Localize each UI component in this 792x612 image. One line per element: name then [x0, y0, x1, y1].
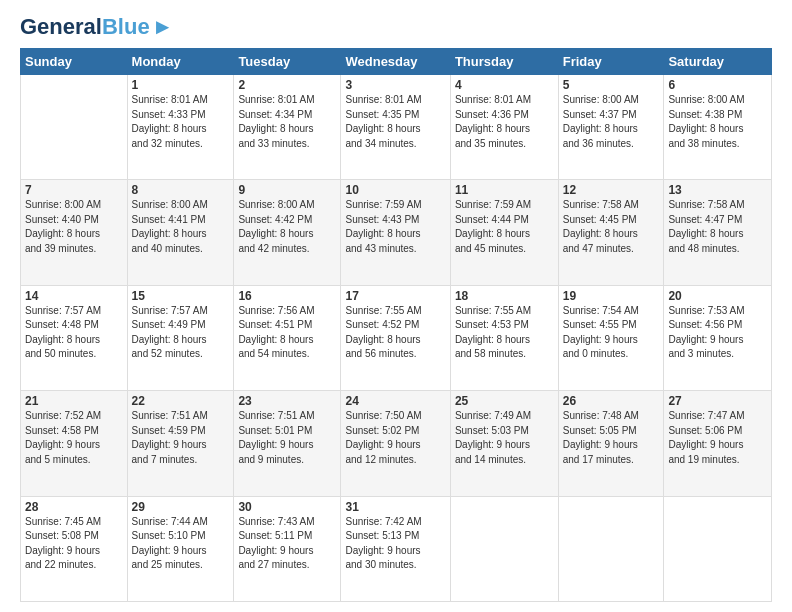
day-info: Sunrise: 7:52 AMSunset: 4:58 PMDaylight:…	[25, 409, 123, 467]
day-number: 5	[563, 78, 660, 92]
day-info: Sunrise: 7:55 AMSunset: 4:52 PMDaylight:…	[345, 304, 445, 362]
calendar-cell: 24Sunrise: 7:50 AMSunset: 5:02 PMDayligh…	[341, 391, 450, 496]
day-info: Sunrise: 7:58 AMSunset: 4:45 PMDaylight:…	[563, 198, 660, 256]
day-number: 15	[132, 289, 230, 303]
day-number: 29	[132, 500, 230, 514]
logo: GeneralBlue ►	[20, 16, 173, 38]
day-info: Sunrise: 8:01 AMSunset: 4:33 PMDaylight:…	[132, 93, 230, 151]
day-info: Sunrise: 7:55 AMSunset: 4:53 PMDaylight:…	[455, 304, 554, 362]
calendar-cell: 27Sunrise: 7:47 AMSunset: 5:06 PMDayligh…	[664, 391, 772, 496]
day-info: Sunrise: 8:00 AMSunset: 4:37 PMDaylight:…	[563, 93, 660, 151]
day-number: 26	[563, 394, 660, 408]
day-number: 19	[563, 289, 660, 303]
day-number: 22	[132, 394, 230, 408]
day-number: 12	[563, 183, 660, 197]
day-number: 13	[668, 183, 767, 197]
header: GeneralBlue ►	[20, 16, 772, 38]
day-info: Sunrise: 7:53 AMSunset: 4:56 PMDaylight:…	[668, 304, 767, 362]
day-info: Sunrise: 7:57 AMSunset: 4:49 PMDaylight:…	[132, 304, 230, 362]
calendar-cell: 10Sunrise: 7:59 AMSunset: 4:43 PMDayligh…	[341, 180, 450, 285]
day-number: 30	[238, 500, 336, 514]
day-number: 23	[238, 394, 336, 408]
calendar-cell: 25Sunrise: 7:49 AMSunset: 5:03 PMDayligh…	[450, 391, 558, 496]
day-info: Sunrise: 7:44 AMSunset: 5:10 PMDaylight:…	[132, 515, 230, 573]
calendar-cell: 5Sunrise: 8:00 AMSunset: 4:37 PMDaylight…	[558, 75, 664, 180]
calendar-cell: 19Sunrise: 7:54 AMSunset: 4:55 PMDayligh…	[558, 285, 664, 390]
calendar-cell: 17Sunrise: 7:55 AMSunset: 4:52 PMDayligh…	[341, 285, 450, 390]
day-number: 14	[25, 289, 123, 303]
day-number: 8	[132, 183, 230, 197]
calendar-cell: 22Sunrise: 7:51 AMSunset: 4:59 PMDayligh…	[127, 391, 234, 496]
day-number: 18	[455, 289, 554, 303]
logo-text-general: GeneralBlue	[20, 16, 150, 38]
calendar-cell: 30Sunrise: 7:43 AMSunset: 5:11 PMDayligh…	[234, 496, 341, 601]
day-info: Sunrise: 7:49 AMSunset: 5:03 PMDaylight:…	[455, 409, 554, 467]
day-number: 21	[25, 394, 123, 408]
calendar-cell: 21Sunrise: 7:52 AMSunset: 4:58 PMDayligh…	[21, 391, 128, 496]
day-number: 7	[25, 183, 123, 197]
week-row-5: 28Sunrise: 7:45 AMSunset: 5:08 PMDayligh…	[21, 496, 772, 601]
day-info: Sunrise: 8:00 AMSunset: 4:42 PMDaylight:…	[238, 198, 336, 256]
weekday-header-sunday: Sunday	[21, 49, 128, 75]
day-number: 11	[455, 183, 554, 197]
calendar-cell: 13Sunrise: 7:58 AMSunset: 4:47 PMDayligh…	[664, 180, 772, 285]
day-info: Sunrise: 7:43 AMSunset: 5:11 PMDaylight:…	[238, 515, 336, 573]
day-info: Sunrise: 8:01 AMSunset: 4:35 PMDaylight:…	[345, 93, 445, 151]
day-info: Sunrise: 7:47 AMSunset: 5:06 PMDaylight:…	[668, 409, 767, 467]
calendar-cell: 16Sunrise: 7:56 AMSunset: 4:51 PMDayligh…	[234, 285, 341, 390]
day-info: Sunrise: 7:56 AMSunset: 4:51 PMDaylight:…	[238, 304, 336, 362]
calendar-cell: 23Sunrise: 7:51 AMSunset: 5:01 PMDayligh…	[234, 391, 341, 496]
calendar-cell: 20Sunrise: 7:53 AMSunset: 4:56 PMDayligh…	[664, 285, 772, 390]
page: GeneralBlue ► SundayMondayTuesdayWednesd…	[0, 0, 792, 612]
calendar-cell: 28Sunrise: 7:45 AMSunset: 5:08 PMDayligh…	[21, 496, 128, 601]
week-row-2: 7Sunrise: 8:00 AMSunset: 4:40 PMDaylight…	[21, 180, 772, 285]
weekday-header-tuesday: Tuesday	[234, 49, 341, 75]
day-info: Sunrise: 7:51 AMSunset: 5:01 PMDaylight:…	[238, 409, 336, 467]
day-number: 3	[345, 78, 445, 92]
day-info: Sunrise: 8:00 AMSunset: 4:41 PMDaylight:…	[132, 198, 230, 256]
calendar-cell: 31Sunrise: 7:42 AMSunset: 5:13 PMDayligh…	[341, 496, 450, 601]
week-row-4: 21Sunrise: 7:52 AMSunset: 4:58 PMDayligh…	[21, 391, 772, 496]
calendar-cell: 29Sunrise: 7:44 AMSunset: 5:10 PMDayligh…	[127, 496, 234, 601]
weekday-header-wednesday: Wednesday	[341, 49, 450, 75]
weekday-header-thursday: Thursday	[450, 49, 558, 75]
day-number: 20	[668, 289, 767, 303]
day-info: Sunrise: 7:58 AMSunset: 4:47 PMDaylight:…	[668, 198, 767, 256]
day-info: Sunrise: 8:01 AMSunset: 4:36 PMDaylight:…	[455, 93, 554, 151]
calendar-cell: 9Sunrise: 8:00 AMSunset: 4:42 PMDaylight…	[234, 180, 341, 285]
calendar-cell: 11Sunrise: 7:59 AMSunset: 4:44 PMDayligh…	[450, 180, 558, 285]
day-info: Sunrise: 7:57 AMSunset: 4:48 PMDaylight:…	[25, 304, 123, 362]
day-number: 6	[668, 78, 767, 92]
day-number: 16	[238, 289, 336, 303]
day-number: 10	[345, 183, 445, 197]
calendar-cell: 1Sunrise: 8:01 AMSunset: 4:33 PMDaylight…	[127, 75, 234, 180]
calendar-cell: 8Sunrise: 8:00 AMSunset: 4:41 PMDaylight…	[127, 180, 234, 285]
calendar-cell: 4Sunrise: 8:01 AMSunset: 4:36 PMDaylight…	[450, 75, 558, 180]
day-number: 28	[25, 500, 123, 514]
calendar-cell: 26Sunrise: 7:48 AMSunset: 5:05 PMDayligh…	[558, 391, 664, 496]
calendar-cell	[664, 496, 772, 601]
calendar-table: SundayMondayTuesdayWednesdayThursdayFrid…	[20, 48, 772, 602]
day-info: Sunrise: 7:48 AMSunset: 5:05 PMDaylight:…	[563, 409, 660, 467]
logo-bird-icon: ►	[152, 16, 174, 38]
day-info: Sunrise: 7:59 AMSunset: 4:44 PMDaylight:…	[455, 198, 554, 256]
calendar-cell: 3Sunrise: 8:01 AMSunset: 4:35 PMDaylight…	[341, 75, 450, 180]
calendar-cell: 14Sunrise: 7:57 AMSunset: 4:48 PMDayligh…	[21, 285, 128, 390]
day-number: 24	[345, 394, 445, 408]
calendar-cell: 12Sunrise: 7:58 AMSunset: 4:45 PMDayligh…	[558, 180, 664, 285]
calendar-cell: 7Sunrise: 8:00 AMSunset: 4:40 PMDaylight…	[21, 180, 128, 285]
week-row-1: 1Sunrise: 8:01 AMSunset: 4:33 PMDaylight…	[21, 75, 772, 180]
day-info: Sunrise: 8:00 AMSunset: 4:38 PMDaylight:…	[668, 93, 767, 151]
day-info: Sunrise: 7:51 AMSunset: 4:59 PMDaylight:…	[132, 409, 230, 467]
day-info: Sunrise: 7:50 AMSunset: 5:02 PMDaylight:…	[345, 409, 445, 467]
day-number: 25	[455, 394, 554, 408]
weekday-header-saturday: Saturday	[664, 49, 772, 75]
day-number: 9	[238, 183, 336, 197]
calendar-cell	[21, 75, 128, 180]
day-info: Sunrise: 8:01 AMSunset: 4:34 PMDaylight:…	[238, 93, 336, 151]
logo-text-blue: Blue	[102, 14, 150, 39]
day-info: Sunrise: 7:42 AMSunset: 5:13 PMDaylight:…	[345, 515, 445, 573]
day-number: 4	[455, 78, 554, 92]
day-number: 1	[132, 78, 230, 92]
day-number: 31	[345, 500, 445, 514]
